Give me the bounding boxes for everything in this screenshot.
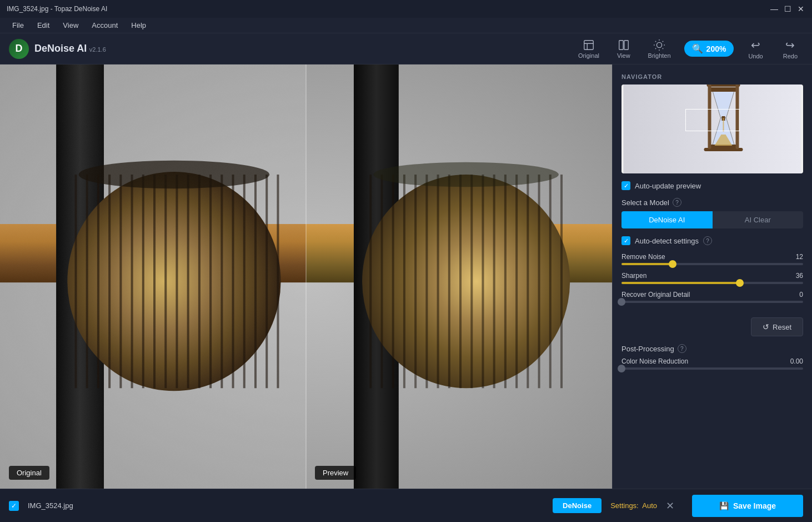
ai-clear-button[interactable]: AI Clear: [713, 211, 804, 228]
svg-rect-68: [710, 87, 738, 92]
reset-button[interactable]: ↺ Reset: [751, 317, 803, 336]
view-button[interactable]: View: [613, 37, 635, 61]
canvas-svg: [0, 64, 612, 489]
svg-rect-2: [624, 40, 628, 49]
recover-detail-value: 0: [799, 291, 803, 299]
redo-label: Redo: [783, 53, 798, 59]
svg-line-10: [655, 48, 656, 48]
save-label: Save Image: [733, 501, 776, 510]
brighten-label: Brighten: [648, 52, 671, 59]
remove-noise-label: Remove Noise: [621, 253, 665, 261]
app-version: v2.1.6: [89, 46, 106, 53]
auto-detect-checkbox[interactable]: ✓: [621, 236, 630, 245]
post-processing-section: Post-Processing ? Color Noise Reduction …: [621, 344, 803, 376]
recover-detail-thumb[interactable]: [618, 298, 625, 306]
recover-detail-label: Recover Original Detail: [621, 291, 690, 299]
navigator-title: NAVIGATOR: [621, 73, 803, 80]
sharpen-row: Sharpen 36: [621, 272, 803, 284]
color-noise-track[interactable]: [621, 367, 803, 370]
auto-detect-help-icon[interactable]: ?: [703, 236, 712, 245]
window-title: IMG_3524.jpg - Topaz DeNoise AI: [7, 5, 770, 13]
menubar: File Edit View Account Help: [0, 18, 812, 33]
queue-settings-value: Auto: [642, 501, 657, 510]
svg-line-7: [663, 48, 663, 48]
maximize-button[interactable]: ☐: [783, 4, 792, 13]
save-image-button[interactable]: 💾 Save Image: [692, 495, 803, 517]
svg-rect-72: [707, 84, 740, 87]
navigator-thumbnail[interactable]: [621, 84, 803, 173]
queue-checkbox[interactable]: ✓: [9, 501, 19, 511]
app-title: DeNoise AI v2.1.6: [34, 43, 106, 54]
zoom-value: 200%: [706, 44, 726, 53]
navigator-viewport: [685, 109, 739, 131]
close-button[interactable]: ✕: [796, 4, 805, 13]
undo-button[interactable]: ↩ Undo: [743, 36, 768, 62]
auto-detect-row[interactable]: ✓ Auto-detect settings ?: [621, 236, 803, 245]
post-processing-help-icon[interactable]: ?: [678, 344, 686, 353]
redo-button[interactable]: ↪ Redo: [778, 36, 803, 62]
recover-detail-track[interactable]: [621, 301, 803, 303]
save-icon: 💾: [719, 501, 729, 510]
model-section: Select a Model ? DeNoise AI AI Clear: [621, 198, 803, 228]
svg-rect-0: [584, 40, 594, 49]
reset-icon: ↺: [763, 322, 769, 331]
remove-noise-fill: [621, 263, 673, 265]
menu-account[interactable]: Account: [86, 19, 123, 32]
undo-label: Undo: [748, 53, 763, 59]
canvas-area[interactable]: Original Preview: [0, 64, 612, 489]
titlebar: IMG_3524.jpg - Topaz DeNoise AI — ☐ ✕: [0, 0, 812, 18]
toolbar: D DeNoise AI v2.1.6 Original View: [0, 33, 812, 64]
sharpen-thumb[interactable]: [736, 279, 744, 287]
app-logo: D DeNoise AI v2.1.6: [9, 39, 106, 59]
original-button[interactable]: Original: [574, 37, 604, 61]
post-processing-label: Post-Processing: [621, 345, 674, 353]
view-icon: [618, 39, 630, 51]
queue-bar: ✓ IMG_3524.jpg DeNoise Settings: Auto ✕ …: [0, 489, 812, 522]
sun-icon: [653, 39, 665, 51]
sharpen-value: 36: [796, 272, 803, 280]
redo-icon: ↪: [785, 38, 795, 52]
minimize-button[interactable]: —: [770, 4, 779, 13]
menu-edit[interactable]: Edit: [32, 19, 55, 32]
sharpen-fill: [621, 282, 740, 284]
zoom-control[interactable]: 🔍 200%: [684, 41, 734, 57]
auto-update-checkbox[interactable]: ✓: [621, 181, 630, 190]
navigator-section: NAVIGATOR: [621, 73, 803, 173]
remove-noise-thumb[interactable]: [669, 260, 676, 268]
app-name: DeNoise AI: [34, 43, 87, 54]
original-label: Original: [578, 52, 599, 59]
svg-line-6: [655, 41, 656, 41]
remove-noise-row: Remove Noise 12: [621, 253, 803, 265]
queue-filename: IMG_3524.jpg: [28, 501, 73, 510]
recover-detail-row: Recover Original Detail 0: [621, 291, 803, 303]
auto-update-label: Auto-update preview: [635, 182, 701, 190]
remove-noise-value: 12: [796, 253, 803, 261]
denoise-ai-button[interactable]: DeNoise AI: [621, 211, 713, 228]
brighten-button[interactable]: Brighten: [644, 37, 675, 61]
auto-update-row[interactable]: ✓ Auto-update preview: [621, 181, 803, 190]
model-help-icon[interactable]: ?: [673, 198, 681, 207]
app-icon: D: [9, 39, 29, 59]
color-noise-thumb[interactable]: [618, 365, 625, 372]
reset-label: Reset: [773, 323, 791, 331]
model-label: Select a Model: [621, 198, 669, 207]
menu-help[interactable]: Help: [126, 19, 152, 32]
menu-view[interactable]: View: [57, 19, 84, 32]
svg-rect-1: [619, 40, 623, 49]
color-noise-label: Color Noise Reduction: [621, 357, 688, 365]
sharpen-track[interactable]: [621, 282, 803, 284]
original-icon: [583, 39, 595, 51]
color-noise-row: Color Noise Reduction 0.00: [621, 357, 803, 370]
svg-point-61: [373, 162, 559, 187]
main-layout: Original Preview NAVIGATOR: [0, 64, 812, 489]
original-label: Original: [9, 466, 49, 480]
auto-detect-label: Auto-detect settings: [635, 237, 699, 245]
queue-model-button[interactable]: DeNoise: [553, 498, 602, 513]
menu-file[interactable]: File: [7, 19, 29, 32]
queue-close-button[interactable]: ✕: [666, 500, 674, 512]
sharpen-label: Sharpen: [621, 272, 646, 280]
model-label-row: Select a Model ?: [621, 198, 803, 207]
preview-label: Preview: [315, 466, 356, 480]
remove-noise-track[interactable]: [621, 263, 803, 265]
svg-rect-63: [0, 64, 306, 489]
